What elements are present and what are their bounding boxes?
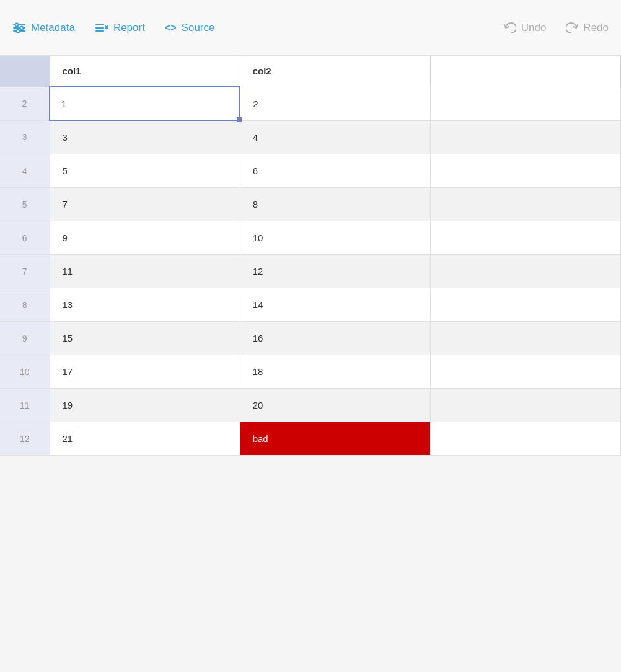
col2-cell[interactable]: 18 <box>240 355 430 389</box>
undo-button[interactable]: Undo <box>504 22 547 34</box>
metadata-icon <box>12 22 26 33</box>
metadata-button[interactable]: Metadata <box>12 22 75 34</box>
row-number-cell: 2 <box>0 87 50 120</box>
col1-cell[interactable]: 15 <box>50 322 240 355</box>
col1-cell[interactable]: 17 <box>50 355 240 389</box>
row-number-cell: 4 <box>0 154 50 188</box>
svg-point-3 <box>15 23 19 26</box>
redo-icon <box>566 22 578 33</box>
empty-col-cell <box>430 389 620 422</box>
col2-cell[interactable]: 16 <box>240 322 430 355</box>
col2-cell[interactable]: 4 <box>240 120 430 154</box>
row-number-cell: 12 <box>0 422 50 456</box>
empty-col-cell <box>430 422 620 456</box>
table-row: 101718 <box>0 355 621 389</box>
table-row: 6910 <box>0 221 621 255</box>
empty-col-cell <box>430 120 620 154</box>
report-label: Report <box>113 22 145 34</box>
empty-col-cell <box>430 355 620 389</box>
col2-cell[interactable]: 6 <box>240 154 430 188</box>
table-row: 91516 <box>0 322 621 355</box>
report-icon <box>95 22 108 33</box>
metadata-label: Metadata <box>31 22 75 34</box>
col2-cell[interactable]: 20 <box>240 389 430 422</box>
col1-cell[interactable]: 1 <box>50 87 240 120</box>
row-number-cell: 9 <box>0 322 50 355</box>
row-number-cell: 6 <box>0 221 50 255</box>
col2-cell[interactable]: 12 <box>240 255 430 288</box>
source-button[interactable]: <> Source <box>165 22 215 34</box>
row-number-cell: 10 <box>0 355 50 389</box>
table-row: 111920 <box>0 389 621 422</box>
empty-col-cell <box>430 288 620 322</box>
svg-point-4 <box>20 26 24 29</box>
table-row: 334 <box>0 120 621 154</box>
report-button[interactable]: Report <box>95 22 145 34</box>
col1-cell[interactable]: 21 <box>50 422 240 456</box>
row-number-cell: 5 <box>0 188 50 221</box>
col1-cell[interactable]: 11 <box>50 255 240 288</box>
empty-col-header <box>430 56 620 87</box>
col2-cell[interactable]: bad <box>240 422 430 456</box>
toolbar: Metadata Report <> Source Undo <box>0 0 621 56</box>
row-number-cell: 3 <box>0 120 50 154</box>
table-row: 578 <box>0 188 621 221</box>
source-icon: <> <box>165 22 177 33</box>
table-row: 1221bad <box>0 422 621 456</box>
empty-col-cell <box>430 322 620 355</box>
redo-label: Redo <box>583 22 609 34</box>
undo-icon <box>504 22 516 33</box>
empty-col-cell <box>430 87 620 120</box>
svg-point-5 <box>17 29 20 32</box>
col1-cell[interactable]: 5 <box>50 154 240 188</box>
table-row: 456 <box>0 154 621 188</box>
col2-cell[interactable]: 2 <box>240 87 430 120</box>
col1-header[interactable]: col1 <box>50 56 240 87</box>
empty-col-cell <box>430 188 620 221</box>
col1-cell[interactable]: 13 <box>50 288 240 322</box>
col1-cell[interactable]: 3 <box>50 120 240 154</box>
empty-col-cell <box>430 221 620 255</box>
table-row: 212 <box>0 87 621 120</box>
row-number-cell: 7 <box>0 255 50 288</box>
table-row: 71112 <box>0 255 621 288</box>
data-table-container: col1 col2 212334456578691071112813149151… <box>0 56 621 456</box>
source-label: Source <box>182 22 215 34</box>
col1-cell[interactable]: 19 <box>50 389 240 422</box>
table-body: 2123344565786910711128131491516101718111… <box>0 87 621 456</box>
data-table: col1 col2 212334456578691071112813149151… <box>0 56 621 456</box>
row-number-cell: 11 <box>0 389 50 422</box>
col1-cell[interactable]: 9 <box>50 221 240 255</box>
col2-cell[interactable]: 8 <box>240 188 430 221</box>
empty-col-cell <box>430 154 620 188</box>
table-header-row: col1 col2 <box>0 56 621 87</box>
col2-cell[interactable]: 14 <box>240 288 430 322</box>
row-number-header <box>0 56 50 87</box>
empty-col-cell <box>430 255 620 288</box>
row-number-cell: 8 <box>0 288 50 322</box>
col1-cell[interactable]: 7 <box>50 188 240 221</box>
col2-cell[interactable]: 10 <box>240 221 430 255</box>
redo-button[interactable]: Redo <box>566 22 609 34</box>
col2-header[interactable]: col2 <box>240 56 430 87</box>
undo-label: Undo <box>521 22 547 34</box>
table-row: 81314 <box>0 288 621 322</box>
